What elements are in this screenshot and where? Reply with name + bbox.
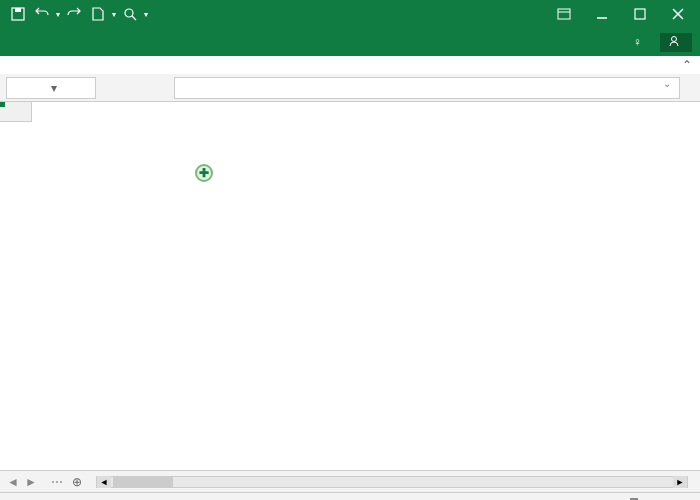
close-icon[interactable] <box>660 0 696 28</box>
enter-icon[interactable] <box>126 79 144 97</box>
name-box[interactable]: ▾ <box>6 77 96 99</box>
normal-view-icon[interactable]: ▦ <box>497 495 519 501</box>
collapse-ribbon-icon[interactable]: ⌃ <box>682 58 692 72</box>
svg-rect-4 <box>558 9 570 19</box>
ribbon-tabs: ♀ <box>0 28 700 56</box>
svg-point-2 <box>125 9 133 17</box>
sheet-more-icon[interactable]: ⋯ <box>48 475 66 489</box>
save-icon[interactable] <box>8 4 28 24</box>
cursor-crosshair-icon: ✚ <box>195 164 213 182</box>
svg-point-10 <box>672 36 677 41</box>
select-all-corner[interactable] <box>0 102 32 122</box>
chevron-down-icon[interactable]: ▾ <box>51 81 91 95</box>
expand-formula-icon[interactable]: ⌄ <box>663 78 671 89</box>
scroll-left-icon[interactable]: ◄ <box>97 476 111 488</box>
cancel-icon[interactable] <box>104 79 122 97</box>
scroll-right-icon[interactable]: ► <box>673 476 687 488</box>
horizontal-scrollbar[interactable]: ◄ ► <box>96 476 688 488</box>
page-layout-view-icon[interactable]: ▤ <box>525 495 547 501</box>
fx-icon[interactable] <box>148 79 166 97</box>
undo-icon[interactable] <box>32 4 52 24</box>
add-sheet-icon[interactable]: ⊕ <box>66 475 88 489</box>
sheet-nav-next-icon[interactable]: ► <box>22 475 40 489</box>
svg-rect-1 <box>15 8 21 12</box>
svg-line-3 <box>132 16 136 20</box>
formula-bar: ▾ ⌄ <box>0 74 700 102</box>
share-icon <box>668 35 680 50</box>
status-bar: ▦ ▦ ▤ ▢ − + <box>0 492 700 500</box>
sheet-nav-prev-icon[interactable]: ◄ <box>4 475 22 489</box>
window-controls <box>546 0 700 28</box>
ribbon-opts-icon[interactable] <box>546 0 582 28</box>
quick-access-toolbar: ▾ ▾ ▾ <box>0 4 156 24</box>
title-bar: ▾ ▾ ▾ <box>0 0 700 28</box>
scroll-thumb[interactable] <box>113 477 173 487</box>
svg-rect-7 <box>635 9 645 19</box>
share-button[interactable] <box>660 33 692 52</box>
redo-icon[interactable] <box>64 4 84 24</box>
lightbulb-icon: ♀ <box>633 35 642 49</box>
sheet-tab-bar: ◄ ► ⋯ ⊕ ◄ ► <box>0 470 700 492</box>
minimize-icon[interactable] <box>584 0 620 28</box>
formula-input[interactable]: ⌄ <box>174 77 680 99</box>
print-preview-icon[interactable] <box>120 4 140 24</box>
maximize-icon[interactable] <box>622 0 658 28</box>
spreadsheet-grid[interactable]: ✚ <box>0 102 700 470</box>
page-break-view-icon[interactable]: ▢ <box>553 495 575 501</box>
new-doc-icon[interactable] <box>88 4 108 24</box>
